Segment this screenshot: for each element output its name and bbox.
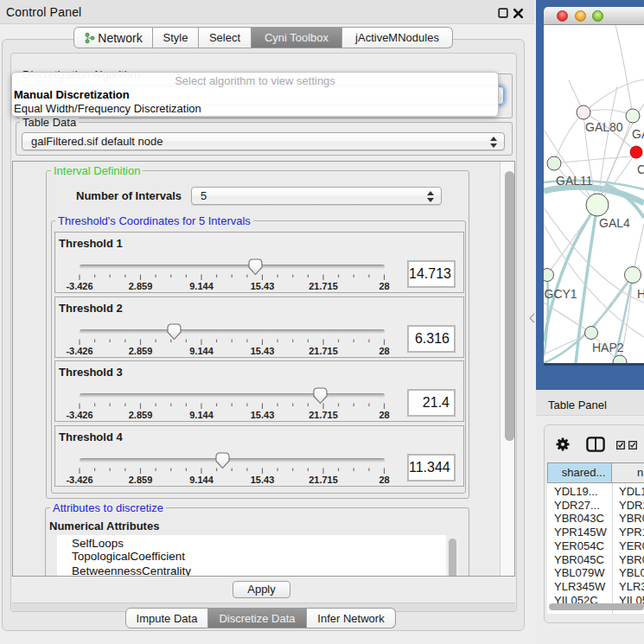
svg-text:HAP2: HAP2 [592, 341, 624, 354]
svg-text:GAL11: GAL11 [556, 174, 593, 188]
svg-text:GAL4: GAL4 [599, 216, 630, 230]
svg-text:H: H [637, 287, 644, 301]
svg-text:GA: GA [632, 127, 644, 141]
svg-text:GCY1: GCY1 [545, 287, 577, 301]
svg-text:GAL80: GAL80 [585, 120, 623, 134]
svg-text:CO: CO [637, 163, 644, 176]
